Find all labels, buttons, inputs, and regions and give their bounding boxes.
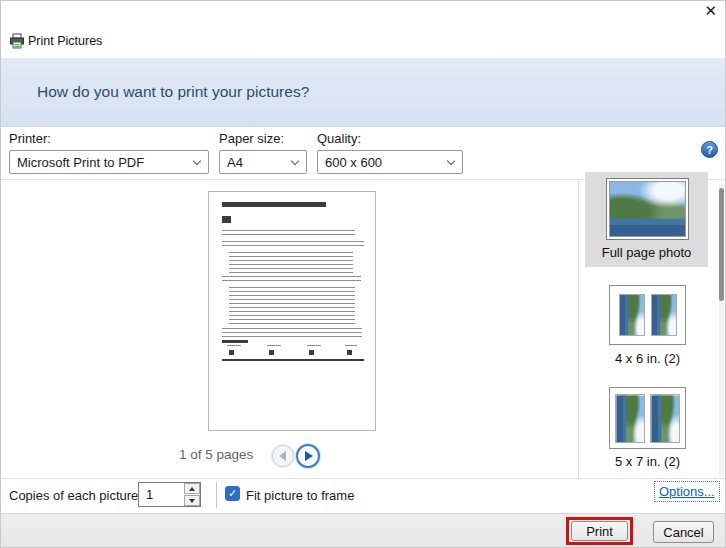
chevron-down-icon bbox=[193, 157, 201, 165]
document-text-line bbox=[345, 345, 357, 347]
document-text-line bbox=[222, 216, 231, 223]
document-text-line bbox=[222, 276, 361, 284]
document-text-line bbox=[222, 340, 248, 343]
paper-size-select[interactable]: A4 bbox=[219, 150, 307, 174]
quality-label: Quality: bbox=[317, 131, 361, 146]
document-text-line bbox=[267, 345, 281, 347]
document-text-line bbox=[222, 241, 364, 249]
options-link[interactable]: Options... bbox=[654, 481, 720, 502]
layout-option-4x6[interactable] bbox=[609, 285, 686, 345]
paper-size-select-value: A4 bbox=[227, 155, 243, 170]
printer-label: Printer: bbox=[9, 131, 51, 146]
prev-page-icon bbox=[279, 451, 286, 461]
spinner-down-icon[interactable] bbox=[184, 495, 200, 506]
layout-option-4x6-label: 4 x 6 in. (2) bbox=[586, 351, 709, 366]
printer-select-value: Microsoft Print to PDF bbox=[17, 155, 144, 170]
layout-option-5x7-label: 5 x 7 in. (2) bbox=[586, 454, 709, 469]
document-text-line bbox=[222, 202, 326, 207]
document-text-line bbox=[309, 350, 314, 355]
copies-label: Copies of each picture: bbox=[9, 488, 142, 503]
paper-size-label: Paper size: bbox=[219, 131, 284, 146]
document-text-line bbox=[229, 350, 234, 355]
page-count-label: 1 of 5 pages bbox=[179, 447, 253, 462]
fit-picture-checkbox[interactable]: ✓ bbox=[225, 486, 240, 501]
next-page-button[interactable] bbox=[296, 444, 320, 468]
quality-select-value: 600 x 600 bbox=[325, 155, 382, 170]
printer-icon bbox=[9, 33, 25, 49]
print-pictures-dialog: ✕ Print Pictures How do you want to prin… bbox=[0, 0, 726, 548]
document-preview-page bbox=[208, 191, 376, 431]
chevron-down-icon bbox=[447, 157, 455, 165]
rotated-photo-thumbnail bbox=[616, 395, 645, 443]
separator bbox=[1, 478, 725, 479]
rotated-photo-thumbnail bbox=[620, 295, 645, 336]
landscape-photo-thumbnail bbox=[610, 182, 685, 236]
print-button[interactable]: Print bbox=[571, 521, 628, 541]
help-icon[interactable]: ? bbox=[701, 141, 718, 158]
window-title: Print Pictures bbox=[28, 34, 102, 48]
header-band: How do you want to print your pictures? bbox=[1, 58, 725, 127]
cancel-button[interactable]: Cancel bbox=[653, 521, 714, 543]
document-text-line bbox=[347, 350, 352, 355]
document-text-line bbox=[227, 345, 241, 347]
previous-page-button[interactable] bbox=[272, 445, 294, 467]
document-text-line bbox=[222, 328, 362, 337]
next-page-icon bbox=[305, 451, 313, 461]
layout-option-5x7[interactable] bbox=[609, 387, 686, 449]
rotated-photo-thumbnail bbox=[652, 295, 677, 336]
copies-input[interactable] bbox=[139, 483, 184, 506]
header-question: How do you want to print your pictures? bbox=[37, 58, 309, 126]
quality-select[interactable]: 600 x 600 bbox=[317, 150, 463, 174]
fit-picture-label: Fit picture to frame bbox=[246, 488, 354, 503]
document-text-line bbox=[307, 345, 321, 347]
document-text-line bbox=[222, 230, 355, 237]
copies-stepper[interactable] bbox=[138, 482, 201, 507]
printer-select[interactable]: Microsoft Print to PDF bbox=[9, 150, 209, 174]
separator bbox=[578, 180, 579, 478]
document-text-line bbox=[222, 359, 364, 361]
chevron-down-icon bbox=[291, 157, 299, 165]
layout-option-full-page-label: Full page photo bbox=[585, 245, 708, 260]
rotated-photo-thumbnail bbox=[651, 395, 680, 443]
layout-option-full-page[interactable] bbox=[606, 178, 689, 240]
scrollbar-thumb[interactable] bbox=[719, 188, 724, 301]
close-icon[interactable]: ✕ bbox=[704, 3, 717, 19]
divider bbox=[216, 482, 217, 508]
document-text-line bbox=[229, 287, 355, 325]
document-text-line bbox=[269, 350, 274, 355]
spinner-up-icon[interactable] bbox=[184, 483, 200, 494]
document-text-line bbox=[229, 252, 353, 273]
